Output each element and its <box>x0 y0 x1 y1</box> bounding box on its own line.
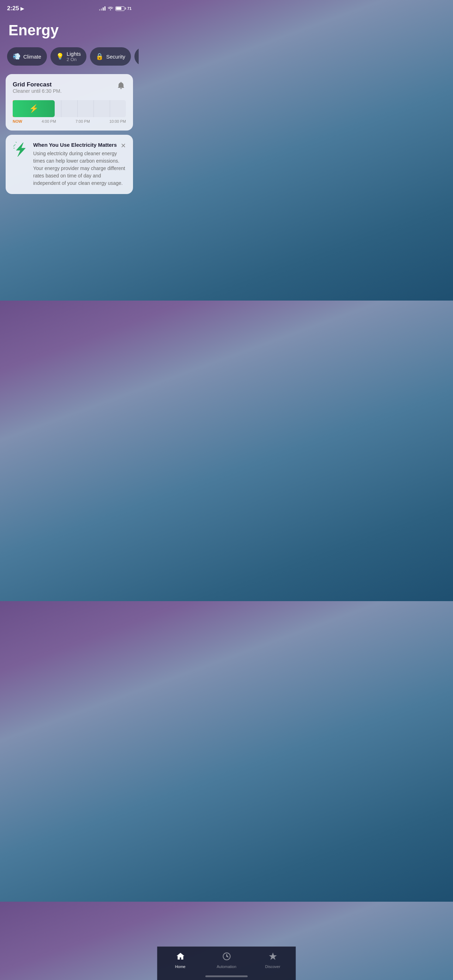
location-arrow-icon: ▶ <box>21 6 24 11</box>
status-time: 2:25 ▶ <box>7 5 24 12</box>
climate-icon: 💨 <box>13 52 21 60</box>
security-icon: 🔒 <box>95 52 103 60</box>
timeline-label-10pm: 10:00 PM <box>110 119 126 124</box>
lights-icon: 💡 <box>56 52 64 60</box>
signal-icon <box>99 6 105 11</box>
timeline-labels: NOW 4:00 PM 7:00 PM 10:00 PM <box>13 119 126 124</box>
notification-bell-icon[interactable] <box>116 81 126 91</box>
grid-forecast-card: Grid Forecast Cleaner until 6:30 PM. <box>6 74 133 130</box>
timeline-label-now: NOW <box>13 119 22 124</box>
wifi-icon <box>108 6 113 11</box>
grid-forecast-subtitle: Cleaner until 6:30 PM. <box>13 88 62 94</box>
info-content: When You Use Electricity Matters ✕ Using… <box>33 142 126 187</box>
chips-container: 💨 Climate 💡 Lights 2 On 🔒 Security 🖥 Spe… <box>0 47 139 74</box>
info-title: When You Use Electricity Matters <box>33 142 117 148</box>
electricity-icon <box>13 142 28 158</box>
chip-security[interactable]: 🔒 Security <box>90 47 131 65</box>
chip-security-label: Security <box>106 54 125 60</box>
page-title: Energy <box>0 15 139 47</box>
chip-lights[interactable]: 💡 Lights 2 On <box>51 47 86 65</box>
status-bar: 2:25 ▶ 71 <box>0 0 139 15</box>
status-icons: 71 <box>99 6 132 11</box>
close-icon[interactable]: ✕ <box>121 142 126 150</box>
chip-climate[interactable]: 💨 Climate <box>7 47 47 65</box>
chip-lights-sublabel: 2 On <box>67 57 81 62</box>
timeline-label-7pm: 7:00 PM <box>75 119 90 124</box>
chip-climate-label: Climate <box>23 54 41 60</box>
timeline-container: ⚡ NOW 4:00 PM 7:00 PM 10:00 PM <box>13 100 126 124</box>
grid-forecast-title: Grid Forecast <box>13 81 62 88</box>
chip-speakers[interactable]: 🖥 Speakers None <box>134 47 139 65</box>
chip-lights-label: Lights <box>67 51 81 57</box>
timeline-label-4pm: 4:00 PM <box>41 119 56 124</box>
battery-icon: 71 <box>115 6 132 11</box>
cards-container: Grid Forecast Cleaner until 6:30 PM. <box>0 74 139 194</box>
timeline-green-section: ⚡ <box>13 100 55 117</box>
bolt-icon: ⚡ <box>29 104 38 113</box>
info-body: Using electricity during cleaner energy … <box>33 150 126 187</box>
info-card: When You Use Electricity Matters ✕ Using… <box>6 135 133 194</box>
